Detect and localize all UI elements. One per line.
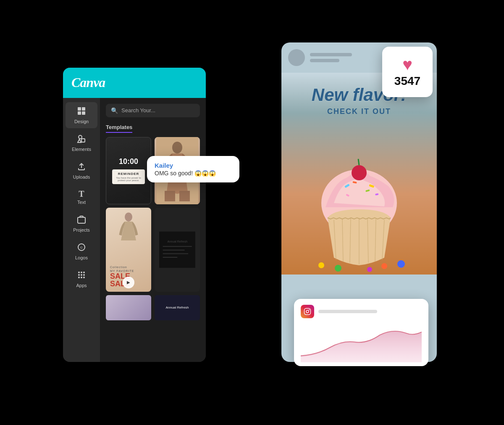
sidebar-item-uploads[interactable]: Uploads	[66, 158, 97, 184]
sidebar-item-elements-label: Elements	[72, 147, 91, 152]
ig-header-line-1	[310, 53, 352, 56]
sidebar-item-apps[interactable]: Apps	[66, 266, 97, 292]
canva-main-content: 🔍 Search Your... Templates 10:00 REMINDE…	[100, 98, 206, 362]
sale-figure-svg	[106, 208, 151, 258]
canva-sidebar: Design Elements	[63, 98, 100, 362]
svg-point-37	[78, 277, 80, 278]
svg-line-2	[358, 159, 359, 165]
svg-point-35	[81, 274, 82, 276]
design-icon	[77, 106, 86, 117]
cupcake-illustration	[281, 127, 437, 275]
svg-point-53	[309, 309, 310, 310]
analytics-chart-svg	[301, 322, 422, 364]
template-bottom-2[interactable]: Annual Refresh	[155, 295, 200, 320]
svg-rect-43	[179, 191, 190, 201]
analytics-card	[294, 299, 428, 366]
sidebar-item-projects[interactable]: Projects	[66, 211, 97, 237]
svg-point-16	[335, 265, 341, 272]
svg-point-44	[125, 212, 132, 222]
elements-icon	[77, 134, 86, 145]
sidebar-item-design-label: Design	[74, 119, 89, 124]
sidebar-item-uploads-label: Uploads	[73, 174, 90, 180]
sidebar-item-logos-label: Logos	[75, 255, 88, 260]
template-bottom-row: Annual Refresh	[106, 295, 200, 320]
svg-point-41	[172, 142, 182, 153]
like-badge: ♥ 3547	[382, 47, 433, 97]
svg-point-17	[381, 263, 387, 269]
analytics-title-line	[318, 310, 377, 313]
sidebar-item-apps-label: Apps	[76, 283, 87, 288]
canva-header: Canva	[63, 68, 206, 98]
search-bar[interactable]: 🔍 Search Your...	[106, 104, 200, 117]
template-card-reminder[interactable]: 10:00 REMINDER You have the power to pro…	[106, 137, 151, 204]
search-icon: 🔍	[111, 107, 118, 114]
template-card-dark[interactable]: Annual Refresh	[155, 208, 200, 292]
svg-point-32	[81, 272, 82, 273]
template-bottom-1[interactable]	[106, 295, 151, 320]
play-button[interactable]: ▶	[123, 277, 134, 288]
comment-username: Kailey	[155, 162, 232, 169]
template-reminder-box: REMINDER You have the power to protect y…	[112, 169, 144, 184]
reminder-body: You have the power to protect your peace…	[116, 177, 141, 182]
sidebar-item-text-label: Text	[77, 200, 86, 205]
ig-avatar	[288, 49, 305, 66]
ig-header-line-2	[310, 59, 339, 62]
svg-text:©: ©	[80, 246, 83, 250]
text-icon: T	[79, 190, 84, 198]
dark-template-svg: Annual Refresh	[159, 216, 195, 283]
svg-rect-21	[78, 107, 81, 111]
svg-point-33	[83, 272, 85, 273]
svg-rect-26	[81, 139, 85, 142]
heart-icon: ♥	[402, 56, 412, 73]
projects-icon	[77, 215, 86, 226]
svg-point-38	[81, 277, 82, 278]
svg-rect-23	[78, 111, 81, 115]
templates-section-label: Templates	[106, 124, 132, 133]
svg-point-20	[367, 267, 372, 272]
svg-marker-27	[78, 139, 81, 143]
svg-rect-47	[163, 246, 192, 247]
svg-point-34	[78, 274, 80, 276]
uploads-icon	[77, 162, 86, 173]
comment-text: OMG so good! 😱😱😱	[155, 170, 232, 177]
comment-bubble: Kailey OMG so good! 😱😱😱	[147, 156, 239, 182]
svg-point-39	[83, 277, 85, 278]
svg-point-19	[318, 262, 324, 268]
post-subtitle: CHECK IT OUT	[327, 107, 391, 116]
canva-panel: Canva Design	[63, 68, 206, 362]
instagram-logo-icon	[301, 305, 314, 318]
bottom-card-text: Annual Refresh	[164, 304, 190, 311]
svg-rect-50	[163, 257, 177, 258]
svg-rect-28	[78, 217, 85, 223]
svg-rect-42	[165, 191, 175, 201]
svg-point-52	[306, 310, 309, 313]
svg-rect-24	[82, 111, 85, 115]
template-card-sale[interactable]: Collection MY FAVORITE SALE SALE ▶	[106, 208, 151, 292]
analytics-header	[301, 305, 422, 318]
ig-icon-svg	[304, 308, 311, 315]
svg-rect-48	[163, 250, 184, 251]
svg-point-1	[352, 165, 367, 180]
sidebar-item-design[interactable]: Design	[66, 102, 97, 128]
search-placeholder: Search Your...	[121, 107, 155, 114]
sidebar-item-logos[interactable]: © Logos	[66, 238, 97, 264]
collection-label: Collection	[110, 266, 127, 269]
sidebar-item-projects-label: Projects	[73, 227, 90, 232]
main-scene: New flavor! CHECK IT OUT	[63, 34, 441, 391]
cupcake-svg	[300, 148, 418, 275]
canva-body: Design Elements	[63, 98, 206, 362]
sidebar-item-text[interactable]: T Text	[66, 185, 97, 209]
sidebar-item-elements[interactable]: Elements	[66, 130, 97, 156]
svg-point-31	[78, 272, 80, 273]
apps-icon	[77, 270, 86, 281]
svg-rect-22	[82, 107, 85, 111]
reminder-title: REMINDER	[116, 172, 141, 176]
svg-rect-49	[163, 253, 188, 254]
svg-point-25	[79, 135, 82, 139]
like-count: 3547	[394, 74, 420, 88]
svg-text:Annual Refresh: Annual Refresh	[167, 240, 187, 243]
svg-rect-51	[304, 308, 311, 314]
ig-post-image: New flavor! CHECK IT OUT	[281, 73, 437, 275]
ig-header-lines	[310, 53, 352, 62]
svg-point-36	[83, 274, 85, 276]
